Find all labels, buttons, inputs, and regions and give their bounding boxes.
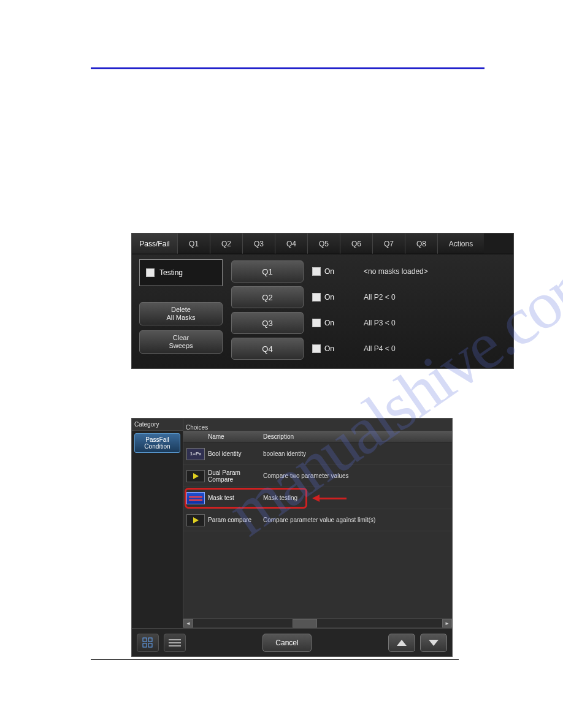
choices-header: Choices	[183, 419, 452, 431]
checkbox-icon	[312, 344, 321, 353]
svg-rect-3	[148, 643, 152, 647]
grid-icon	[142, 637, 153, 648]
testing-checkbox[interactable]: Testing	[139, 259, 223, 286]
view-grid-button[interactable]	[137, 634, 159, 652]
mask-test-icon	[186, 492, 205, 504]
scroll-left-icon[interactable]: ◄	[183, 619, 193, 628]
col-desc: Description	[263, 433, 452, 440]
tab-q6[interactable]: Q6	[340, 233, 373, 254]
param-compare-icon	[186, 514, 205, 526]
arrow-down-icon	[429, 640, 439, 646]
list-item[interactable]: Dual Param Compare Compare two parameter…	[183, 465, 452, 487]
move-up-button[interactable]	[388, 634, 415, 652]
list-icon	[169, 639, 181, 647]
item-name: Bool identity	[208, 450, 263, 457]
tab-actions[interactable]: Actions	[438, 233, 484, 254]
item-name: Dual Param Compare	[208, 469, 263, 483]
q1-on-checkbox[interactable]: On	[312, 260, 355, 282]
checkbox-icon	[146, 268, 155, 277]
svg-rect-1	[148, 638, 152, 642]
q4-on-checkbox[interactable]: On	[312, 338, 355, 360]
view-list-button[interactable]	[164, 634, 186, 652]
arrow-up-icon	[397, 640, 407, 646]
tab-q8[interactable]: Q8	[405, 233, 438, 254]
col-name: Name	[208, 433, 263, 440]
delete-all-masks-button[interactable]: Delete All Masks	[139, 302, 223, 325]
tab-q1[interactable]: Q1	[178, 233, 210, 254]
passfail-panel: Pass/Fail Q1 Q2 Q3 Q4 Q5 Q6 Q7 Q8 Action…	[131, 233, 514, 369]
q4-button[interactable]: Q4	[231, 338, 304, 360]
q3-on-checkbox[interactable]: On	[312, 312, 355, 334]
q1-button[interactable]: Q1	[231, 260, 304, 282]
q1-status: <no masks loaded>	[364, 260, 428, 282]
item-desc: Compare two parameter values	[263, 472, 452, 479]
category-passfail-condition[interactable]: PassFail Condition	[134, 433, 180, 453]
svg-rect-4	[169, 639, 181, 640]
list-item-mask-test[interactable]: Mask test Mask testing	[183, 487, 452, 509]
item-desc: Compare parameter value against limit(s)	[263, 517, 452, 523]
svg-rect-2	[143, 643, 147, 647]
scroll-right-icon[interactable]: ►	[442, 619, 452, 628]
choices-list: 1=Px Bool identity boolean identity Dual…	[183, 443, 452, 618]
item-name: Param compare	[208, 517, 263, 523]
scroll-thumb[interactable]	[293, 619, 317, 628]
page-rule-bottom	[91, 659, 459, 660]
q3-button[interactable]: Q3	[231, 312, 304, 334]
move-down-button[interactable]	[420, 634, 447, 652]
svg-rect-5	[169, 642, 181, 643]
checkbox-icon	[312, 319, 321, 327]
svg-rect-0	[143, 638, 147, 642]
horizontal-scrollbar[interactable]: ◄ ►	[183, 618, 452, 628]
item-desc: Mask testing	[263, 495, 452, 501]
tab-passfail[interactable]: Pass/Fail	[132, 233, 178, 254]
q2-on-checkbox[interactable]: On	[312, 286, 355, 308]
dual-param-icon	[186, 470, 205, 482]
item-desc: boolean identity	[263, 450, 452, 457]
q2-status: All P2 < 0	[364, 286, 428, 308]
q3-status: All P3 < 0	[364, 312, 428, 334]
condition-dialog: Category PassFail Condition Choices Name…	[131, 418, 453, 657]
list-header: Name Description	[183, 431, 452, 443]
tab-q3[interactable]: Q3	[243, 233, 275, 254]
testing-label: Testing	[159, 268, 183, 277]
tab-q5[interactable]: Q5	[308, 233, 340, 254]
list-item[interactable]: 1=Px Bool identity boolean identity	[183, 443, 452, 465]
tab-q7[interactable]: Q7	[373, 233, 405, 254]
tab-q4[interactable]: Q4	[275, 233, 308, 254]
clear-sweeps-button[interactable]: Clear Sweeps	[139, 330, 223, 354]
tab-bar: Pass/Fail Q1 Q2 Q3 Q4 Q5 Q6 Q7 Q8 Action…	[132, 233, 513, 254]
q2-button[interactable]: Q2	[231, 286, 304, 308]
bool-identity-icon: 1=Px	[186, 448, 205, 460]
list-item[interactable]: Param compare Compare parameter value ag…	[183, 509, 452, 531]
item-name: Mask test	[208, 495, 263, 501]
q4-status: All P4 < 0	[364, 338, 428, 360]
page-rule	[91, 67, 484, 69]
tab-q2[interactable]: Q2	[210, 233, 243, 254]
svg-rect-6	[169, 645, 181, 646]
checkbox-icon	[312, 267, 321, 276]
category-header: Category	[132, 419, 183, 431]
checkbox-icon	[312, 293, 321, 301]
cancel-button[interactable]: Cancel	[262, 634, 312, 652]
